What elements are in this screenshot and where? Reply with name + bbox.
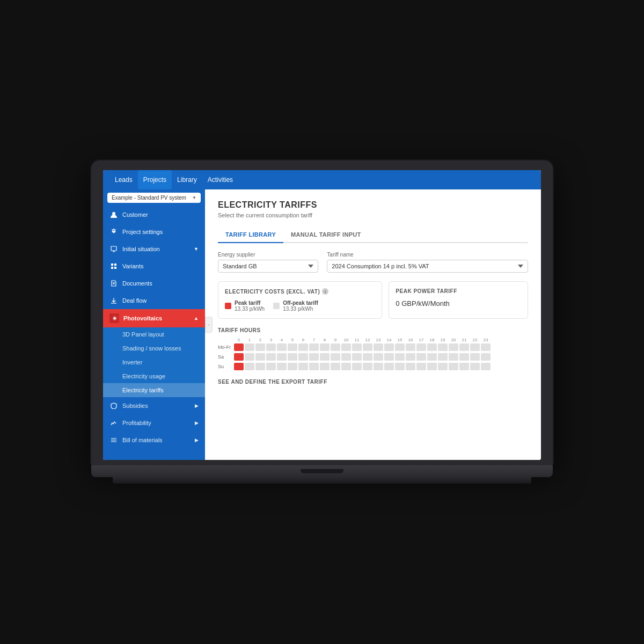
hour-cell-12[interactable] xyxy=(363,363,372,370)
hour-cell-22[interactable] xyxy=(470,353,480,361)
tab-tariff-library[interactable]: TARIFF LIBRARY xyxy=(218,227,283,243)
sidebar-item-deal-flow[interactable]: Deal flow xyxy=(103,292,205,309)
hour-cell-15[interactable] xyxy=(395,353,405,361)
hour-cell-19[interactable] xyxy=(438,343,448,351)
nav-library[interactable]: Library xyxy=(172,170,202,189)
tab-manual-tariff-input[interactable]: MANUAL TARIFF INPUT xyxy=(283,227,369,243)
energy-supplier-select[interactable]: Standard GB xyxy=(218,260,318,273)
sidebar-item-customer[interactable]: Customer xyxy=(103,206,205,223)
sidebar-sub-3d-panel[interactable]: 3D Panel layout xyxy=(103,327,205,341)
hour-cell-14[interactable] xyxy=(384,363,394,370)
hour-cell-5[interactable] xyxy=(288,353,297,361)
hour-cell-23[interactable] xyxy=(481,363,491,370)
hour-cell-1[interactable] xyxy=(245,343,254,351)
hour-cell-7[interactable] xyxy=(309,353,319,361)
project-dropdown[interactable]: Example - Standard PV system ▼ xyxy=(107,193,201,203)
hour-cell-20[interactable] xyxy=(449,353,458,361)
hour-cell-0[interactable] xyxy=(234,353,244,361)
hour-cell-3[interactable] xyxy=(266,343,276,351)
sidebar-sub-shading[interactable]: Shading / snow losses xyxy=(103,341,205,355)
sidebar-item-variants[interactable]: Variants xyxy=(103,258,205,275)
hour-cell-14[interactable] xyxy=(384,353,394,361)
hour-cell-21[interactable] xyxy=(459,363,469,370)
sidebar-item-project-settings[interactable]: Project settings xyxy=(103,223,205,240)
scroll-left-indicator[interactable]: ‹ xyxy=(205,317,213,333)
export-tariff-link[interactable]: SEE AND DEFINE THE EXPORT TARIFF xyxy=(218,379,528,385)
hour-cell-9[interactable] xyxy=(331,343,340,351)
hour-cell-17[interactable] xyxy=(416,363,426,370)
hour-cell-9[interactable] xyxy=(331,363,340,370)
hour-cell-12[interactable] xyxy=(363,353,372,361)
sidebar-profitability[interactable]: Profitability ▶ xyxy=(103,414,205,431)
hour-cell-18[interactable] xyxy=(427,343,437,351)
hour-cell-1[interactable] xyxy=(245,353,254,361)
sidebar-sub-electricity-usage[interactable]: Electricity usage xyxy=(103,369,205,383)
hour-cell-16[interactable] xyxy=(406,343,415,351)
hour-cell-7[interactable] xyxy=(309,363,319,370)
nav-activities[interactable]: Activities xyxy=(202,170,238,189)
hour-cell-13[interactable] xyxy=(374,343,383,351)
hour-cell-10[interactable] xyxy=(341,353,351,361)
hour-cell-3[interactable] xyxy=(266,363,276,370)
hour-cell-1[interactable] xyxy=(245,363,254,370)
hour-cell-8[interactable] xyxy=(320,343,330,351)
hour-cell-19[interactable] xyxy=(438,353,448,361)
hour-cell-5[interactable] xyxy=(288,363,297,370)
info-icon[interactable]: i xyxy=(322,288,328,295)
hour-cell-9[interactable] xyxy=(331,353,340,361)
hour-cell-6[interactable] xyxy=(298,353,308,361)
hour-cell-5[interactable] xyxy=(288,343,297,351)
hour-cell-17[interactable] xyxy=(416,353,426,361)
hour-cell-6[interactable] xyxy=(298,363,308,370)
hour-cell-16[interactable] xyxy=(406,363,415,370)
hour-cell-23[interactable] xyxy=(481,343,491,351)
hour-cell-20[interactable] xyxy=(449,343,458,351)
hour-cell-11[interactable] xyxy=(352,363,362,370)
hour-cell-20[interactable] xyxy=(449,363,458,370)
hour-cell-16[interactable] xyxy=(406,353,415,361)
hour-cell-2[interactable] xyxy=(255,343,265,351)
hour-cell-21[interactable] xyxy=(459,353,469,361)
hour-cell-10[interactable] xyxy=(341,343,351,351)
hour-cell-15[interactable] xyxy=(395,343,405,351)
hour-cell-21[interactable] xyxy=(459,343,469,351)
sidebar-item-initial-situation[interactable]: Initial situation ▼ xyxy=(103,240,205,258)
hour-cell-7[interactable] xyxy=(309,343,319,351)
sidebar-item-documents[interactable]: Documents xyxy=(103,275,205,292)
hour-cell-8[interactable] xyxy=(320,353,330,361)
hour-cell-13[interactable] xyxy=(374,353,383,361)
sidebar-photovoltaics-header[interactable]: ☀ Photovoltaics ▲ xyxy=(103,309,205,327)
sidebar-bill-of-materials[interactable]: Bill of materials ▶ xyxy=(103,431,205,449)
hour-cell-14[interactable] xyxy=(384,343,394,351)
hour-cell-11[interactable] xyxy=(352,353,362,361)
hour-cell-23[interactable] xyxy=(481,353,491,361)
nav-leads[interactable]: Leads xyxy=(109,170,138,189)
hour-cell-19[interactable] xyxy=(438,363,448,370)
hour-cell-15[interactable] xyxy=(395,363,405,370)
hour-cell-4[interactable] xyxy=(277,353,287,361)
hour-cell-0[interactable] xyxy=(234,363,244,370)
hour-cell-12[interactable] xyxy=(363,343,372,351)
hour-cell-18[interactable] xyxy=(427,353,437,361)
hour-cell-10[interactable] xyxy=(341,363,351,370)
hour-cell-0[interactable] xyxy=(234,343,244,351)
tariff-name-select[interactable]: 2024 Consumption 14 p incl. 5% VAT xyxy=(327,260,528,273)
hour-cell-4[interactable] xyxy=(277,363,287,370)
svg-rect-6 xyxy=(114,264,116,266)
hour-cell-11[interactable] xyxy=(352,343,362,351)
sidebar-sub-inverter[interactable]: Inverter xyxy=(103,355,205,369)
nav-projects[interactable]: Projects xyxy=(138,170,172,189)
hour-cell-22[interactable] xyxy=(470,343,480,351)
hour-cell-22[interactable] xyxy=(470,363,480,370)
hour-cell-8[interactable] xyxy=(320,363,330,370)
hour-cell-17[interactable] xyxy=(416,343,426,351)
hour-cell-6[interactable] xyxy=(298,343,308,351)
sidebar-sub-electricity-tariffs[interactable]: Electricity tariffs xyxy=(103,383,205,397)
hour-cell-13[interactable] xyxy=(374,363,383,370)
hour-cell-18[interactable] xyxy=(427,363,437,370)
sidebar-subsidies[interactable]: Subsidies ▶ xyxy=(103,397,205,414)
hour-cell-2[interactable] xyxy=(255,353,265,361)
hour-cell-3[interactable] xyxy=(266,353,276,361)
hour-cell-2[interactable] xyxy=(255,363,265,370)
hour-cell-4[interactable] xyxy=(277,343,287,351)
